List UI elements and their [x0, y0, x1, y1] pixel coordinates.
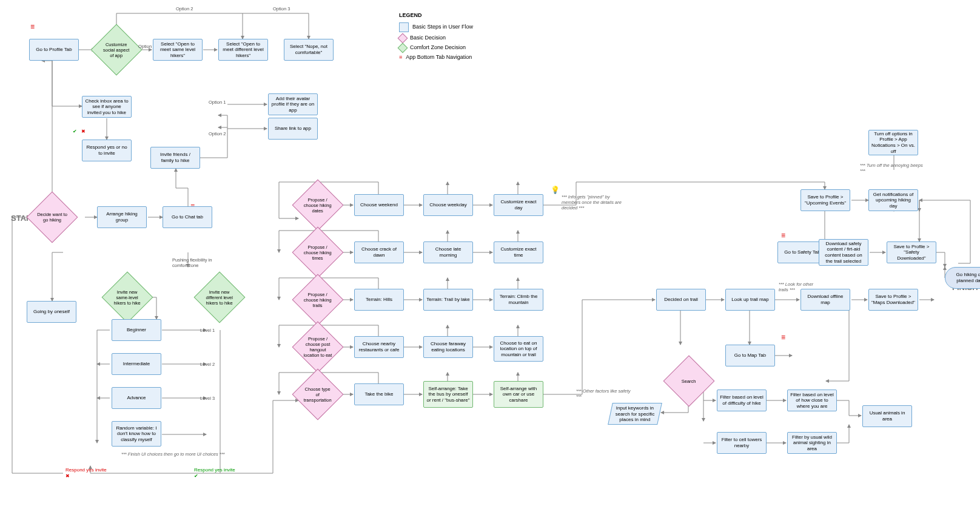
step-solo: Going by oneself	[27, 301, 76, 323]
legend-item: Basic Steps in User Flow	[412, 24, 473, 30]
step-filter-diff: Filter based on level of difficulty of h…	[717, 390, 767, 411]
step-animals: Usual animals in area	[862, 405, 912, 427]
step-filter-close: Filter based on level of how close to wh…	[787, 390, 837, 411]
step-invite-friends: Invite friends / family to hike	[150, 147, 200, 169]
step-save-events: Save to Profile > "Upcoming Events"	[800, 189, 850, 211]
step-dawn: Choose crack of dawn	[354, 241, 404, 263]
decision-search: Search	[663, 356, 715, 407]
finish-node: Go hiking on planned day	[945, 267, 980, 289]
step-bike: Take the bike	[354, 383, 404, 405]
legend-item: Comfort Zone Decision	[410, 44, 466, 51]
step-trail-decided: Decided on trail	[656, 289, 706, 311]
legend-item: App Bottom Tab Navigation	[406, 54, 472, 61]
step-open-diff: Select "Open to meet different level hik…	[218, 39, 268, 61]
step-morning: Choose late morning	[423, 241, 473, 263]
decision-want-hike: Decide want to go hiking	[27, 192, 78, 243]
step-eat-onsite: Choose to eat on location on top of moun…	[494, 336, 543, 362]
input-keywords: Input keywords in search for specific pl…	[608, 403, 662, 425]
step-exact-time: Customize exact time	[494, 241, 543, 263]
step-profile-tab: Go to Profile Tab	[29, 39, 79, 61]
step-avatar: Add their avatar profile if they are on …	[268, 93, 318, 115]
hamburger-icon: ≡	[781, 233, 785, 238]
legend-title: LEGEND	[399, 12, 473, 19]
lightbulb-icon: 💡	[551, 186, 560, 194]
step-save-safety: Save to Profile > "Safety Downloaded"	[887, 241, 936, 263]
hamburger-icon: ≡	[30, 24, 35, 29]
step-car: Self-arrange with own car or use carshar…	[494, 381, 543, 408]
step-bus: Self-arrange: Take the bus by oneself or…	[423, 381, 473, 408]
decision-diff-level: Invite new different level hikers to hik…	[194, 272, 246, 323]
step-hills: Terrain: Hills	[354, 289, 404, 311]
decision-transport: Choose type of transportation	[292, 369, 344, 420]
hamburger-icon: ≡	[781, 335, 785, 340]
step-nearby: Choose nearby restaurants or cafe	[354, 336, 404, 358]
step-exact-day: Customize exact day	[494, 194, 543, 216]
step-check-inbox: Check inbox area to see if anyone invite…	[82, 96, 132, 118]
decision-customize-social: Customize social aspect of app	[91, 24, 143, 76]
step-download-safety: Download safety content / firt-aid conte…	[819, 239, 868, 266]
decision-trails: Propose / choose hiking trails	[292, 274, 344, 326]
decision-dates: Propose / choose hiking dates	[292, 180, 344, 231]
check-icon: ✔	[73, 129, 77, 134]
step-beginner: Beginner	[112, 319, 161, 341]
step-notifications: Get notifications of upcoming hiking day	[868, 189, 918, 211]
step-arrange-group: Arrange hiking group	[97, 206, 147, 228]
step-lookup-map: Look up trail map	[725, 289, 775, 311]
step-download-map: Download offline map	[800, 289, 850, 311]
respond-no: Respond yes invite✖	[65, 467, 107, 479]
step-map-tab: Go to Map Tab	[725, 345, 775, 366]
step-faraway: Choose faraway eating locations	[423, 336, 473, 358]
step-mountain: Terrain: Climb the mountain	[494, 289, 543, 311]
step-chat-tab: Go to Chat tab	[163, 206, 212, 228]
step-share-link: Share link to app	[268, 118, 318, 140]
decision-same-level: Invite new same-level hikers to hike	[102, 272, 153, 323]
step-respond-invite: Respond yes or no to invite	[82, 140, 132, 161]
step-random: Random variable: I don't know how to cla…	[112, 421, 161, 447]
decision-times: Propose / choose hiking times	[292, 227, 344, 278]
step-lake: Terrain: Trail by lake	[423, 289, 473, 311]
step-save-maps: Save to Profile > "Maps Downloaded"	[868, 289, 918, 311]
step-nope: Select "Nope, not comfortable"	[284, 39, 334, 61]
legend-item: Basic Decision	[410, 35, 446, 41]
respond-yes: Respond yes invite✔	[194, 467, 235, 479]
x-icon: ✖	[81, 129, 86, 134]
step-turn-off: Turn off options in Profile > App Notica…	[868, 130, 918, 155]
step-filter-animal: Filter by usual wild animal sighting in …	[787, 432, 837, 454]
step-weekend: Choose weekend	[354, 194, 404, 216]
step-advance: Advance	[112, 387, 161, 409]
step-filter-cell: Filter to cell towers nearby	[717, 432, 767, 454]
step-intermediate: Intermediate	[112, 353, 161, 375]
step-open-same: Select "Open to meet same level hikers"	[153, 39, 203, 61]
decision-eat: Propose / choose post hangout location t…	[292, 322, 344, 373]
step-weekday: Choose weekday	[423, 194, 473, 216]
legend: LEGEND Basic Steps in User Flow Basic De…	[399, 12, 473, 63]
